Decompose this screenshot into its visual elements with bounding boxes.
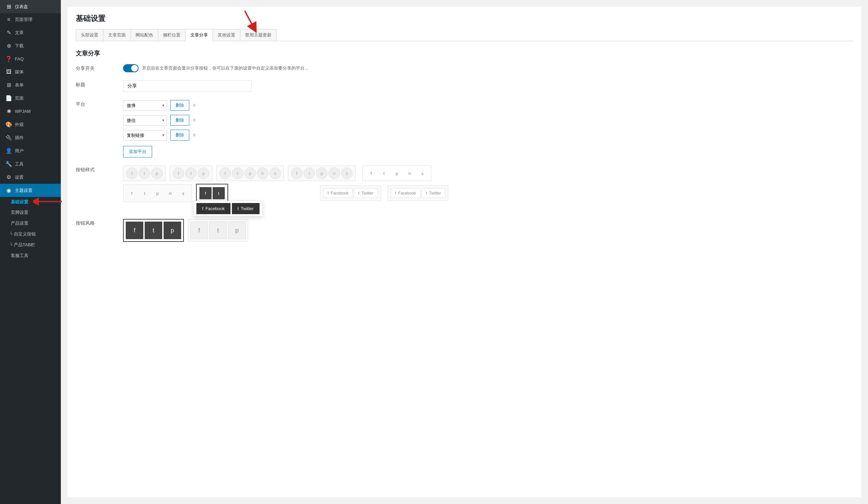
pages-icon: 📄	[6, 95, 12, 101]
sidebar-item-appearance[interactable]: 🎨 外观	[0, 118, 61, 131]
drag-handle-2[interactable]: ≡	[193, 117, 196, 123]
style-icon-t6: t	[139, 188, 151, 199]
style-icon-f4: f	[291, 168, 302, 179]
sidebar-item-faq[interactable]: ❓ FAQ	[0, 52, 61, 65]
platform-select-2[interactable]: 微信 微博 复制链接 Twitter Facebook	[123, 115, 167, 126]
sidebar-item-dashboard[interactable]: ⊞ 仪表盘	[0, 0, 61, 13]
style-group-2[interactable]: f t p	[170, 166, 212, 181]
sidebar-item-basic-settings[interactable]: 基础设置	[0, 197, 61, 207]
style-icon-in6: in	[165, 188, 176, 199]
facebook-light-label: Facebook	[331, 191, 349, 196]
sidebar-item-theme-settings[interactable]: ◉ 主题设置	[0, 184, 61, 197]
twitter-light2-icon: t	[426, 191, 427, 196]
tab-site-color[interactable]: 网站配色	[131, 29, 158, 41]
style-icon-f2: f	[173, 168, 184, 179]
style-icon-f5: f	[365, 168, 377, 179]
sidebar-item-label: 表单	[15, 82, 24, 88]
tab-sidebar-pos[interactable]: 侧栏位置	[158, 29, 186, 41]
sidebar-item-label: 媒体	[15, 69, 24, 75]
tab-other-settings[interactable]: 其他设置	[213, 29, 240, 41]
style-icon-p1: p	[151, 168, 163, 179]
facebook-light-btn[interactable]: f Facebook	[323, 189, 353, 198]
twitter-light-icon: t	[358, 191, 359, 196]
platform-select-1[interactable]: 微博 微信 复制链接 Twitter Facebook	[123, 100, 167, 111]
sidebar-item-page-manage[interactable]: ≡ 页面管理	[0, 13, 61, 26]
sidebar-item-pages[interactable]: 📄 页面	[0, 92, 61, 105]
style-icon-t4: t	[303, 168, 315, 179]
media-icon: 🖼	[6, 69, 12, 75]
faq-icon: ❓	[6, 56, 12, 62]
share-toggle-control: 开启后在文章页面会显示分享按钮，你可以在下面的设置中自定义添加要分享的平台...	[123, 64, 853, 72]
style-group-light-labels[interactable]: f Facebook t Twitter	[320, 186, 381, 201]
platform-select-3[interactable]: 复制链接 微博 微信 Twitter Facebook	[123, 130, 167, 140]
sidebar-item-label: 工具	[15, 161, 24, 167]
twitter-icon-popup: t	[238, 206, 239, 211]
sidebar-item-product-tab[interactable]: └ 产品TAB栏	[0, 240, 61, 250]
add-platform-button[interactable]: 添加平台	[123, 146, 152, 157]
platform-row-1: 微博 微信 复制链接 Twitter Facebook 删除 ≡	[123, 100, 853, 111]
sidebar-item-label: 主题设置	[15, 188, 32, 193]
style-icon-t5: t	[378, 168, 390, 179]
tab-article-page[interactable]: 文章页面	[103, 29, 131, 41]
sidebar-item-media[interactable]: 🖼 媒体	[0, 65, 61, 78]
btn-style-options-row2: f t p in s f t f Face	[123, 184, 853, 203]
customer-service-label: 客服工具	[11, 253, 28, 258]
share-toggle[interactable]	[123, 64, 138, 72]
appearance-icon: 🎨	[6, 121, 12, 128]
sidebar-item-users[interactable]: 👤 用户	[0, 144, 61, 157]
style-group-selected[interactable]: f t f Facebook t Twitter	[196, 184, 228, 203]
title-input[interactable]	[123, 81, 251, 92]
sidebar-item-label: 设置	[15, 174, 24, 180]
tab-article-share[interactable]: 文章分享	[185, 29, 213, 41]
twitter-light2-btn[interactable]: t Twitter	[422, 189, 445, 198]
drag-handle-3[interactable]: ≡	[193, 132, 196, 138]
facebook-light2-btn[interactable]: f Facebook	[391, 189, 421, 198]
sidebar-item-plugins[interactable]: 🔌 插件	[0, 131, 61, 144]
style-group-icon-row[interactable]: f t p in s	[123, 185, 192, 202]
sidebar-item-forms[interactable]: ⊞ 表单	[0, 78, 61, 92]
sidebar-item-label: WPJAM	[15, 109, 31, 114]
style-group-5[interactable]: f t p in s	[362, 166, 431, 181]
sidebar-item-label: 插件	[15, 135, 24, 141]
sidebar-item-customer-service[interactable]: 客服工具	[0, 250, 61, 261]
style-icon-f3: f	[219, 168, 231, 179]
title-label: 标题	[76, 81, 116, 88]
toggle-container: 开启后在文章页面会显示分享按钮，你可以在下面的设置中自定义添加要分享的平台...	[123, 64, 853, 72]
style-icon-p2: p	[198, 168, 209, 179]
sidebar-item-tools[interactable]: 🔧 工具	[0, 157, 61, 171]
sidebar-item-footer-settings[interactable]: 页脚设置	[0, 207, 61, 218]
style-icon-s6: s	[177, 188, 189, 199]
sidebar-item-label: 下载	[15, 43, 24, 49]
delete-button-1[interactable]: 删除	[170, 100, 189, 111]
style-group-1[interactable]: f t p	[123, 166, 166, 181]
style-group-3[interactable]: f t p in s	[216, 166, 284, 181]
sidebar-item-settings[interactable]: ⚙ 设置	[0, 171, 61, 184]
style-icon-f6: f	[126, 188, 137, 199]
sidebar-item-download[interactable]: ⊕ 下载	[0, 39, 61, 52]
sidebar-item-custom-button[interactable]: └ 自定义按钮	[0, 229, 61, 240]
wind-group-inactive[interactable]: f t p	[188, 219, 248, 242]
sidebar-item-article[interactable]: ✎ 文章	[0, 26, 61, 39]
delete-button-2[interactable]: 删除	[170, 115, 189, 126]
style-icon-p4: p	[316, 168, 328, 179]
style-group-4[interactable]: f t p in s	[288, 166, 355, 181]
wind-group-selected[interactable]: f t p	[123, 219, 184, 242]
article-icon: ✎	[6, 29, 12, 36]
style-group-light-labels-2[interactable]: f Facebook t Twitter	[388, 186, 448, 201]
facebook-popup-btn[interactable]: f Facebook	[196, 203, 230, 214]
twitter-popup-btn[interactable]: t Twitter	[232, 203, 260, 214]
style-icon-s5: s	[417, 168, 428, 179]
delete-button-3[interactable]: 删除	[170, 130, 189, 140]
tab-disable-update[interactable]: 禁用主题更新	[240, 29, 277, 41]
platform-control: 微博 微信 复制链接 Twitter Facebook 删除 ≡ 微信	[123, 100, 853, 157]
twitter-light-btn[interactable]: t Twitter	[354, 189, 378, 198]
sidebar-item-product-settings[interactable]: 产品设置	[0, 218, 61, 229]
platform-select-wrapper-1: 微博 微信 复制链接 Twitter Facebook	[123, 100, 167, 111]
twitter-popup-label: Twitter	[241, 206, 254, 211]
platform-row-3: 复制链接 微博 微信 Twitter Facebook 删除 ≡	[123, 130, 853, 140]
sidebar-item-wpjam[interactable]: ✱ WPJAM	[0, 105, 61, 118]
download-icon: ⊕	[6, 43, 12, 49]
tab-header[interactable]: 头部设置	[76, 29, 103, 41]
drag-handle-1[interactable]: ≡	[193, 102, 196, 108]
platform-select-wrapper-2: 微信 微博 复制链接 Twitter Facebook	[123, 115, 167, 126]
